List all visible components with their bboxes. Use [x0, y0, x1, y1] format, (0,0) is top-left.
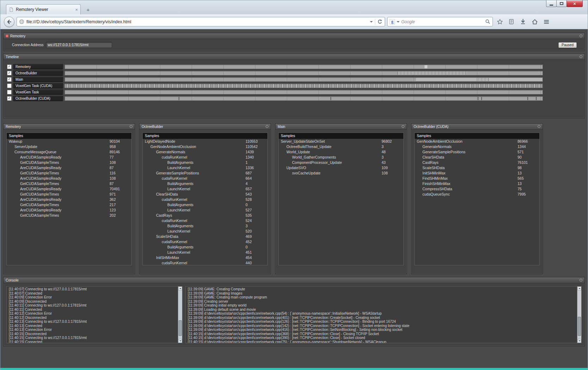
sample-row[interactable]: CastRays 535: [143, 213, 267, 218]
timeline-row-checkbox[interactable]: [7, 77, 12, 82]
scroll-up-icon[interactable]: [178, 286, 182, 290]
sample-row[interactable]: InitSHMinMax 454: [143, 255, 267, 260]
timeline-row-checkbox[interactable]: [7, 90, 12, 94]
sample-row[interactable]: ScaleSHData 469: [143, 234, 267, 239]
sample-row[interactable]: GenerateNormals 1344: [415, 144, 539, 149]
timeline-sample-block[interactable]: [397, 72, 466, 75]
window-maximize-button[interactable]: [556, 0, 567, 7]
scroll-down-icon[interactable]: [577, 339, 581, 343]
sample-row[interactable]: ClearSHData 543: [143, 192, 267, 197]
timeline-sample-block[interactable]: [477, 78, 489, 81]
home-button[interactable]: [530, 17, 539, 26]
sample-row[interactable]: GenNodeAmbientOcclusion 110542: [143, 144, 267, 149]
sample-row[interactable]: cudaRunKernel 524: [143, 218, 267, 223]
sample-row[interactable]: cudaRunKernel 664: [143, 176, 267, 181]
timeline-track[interactable]: [64, 84, 543, 88]
connection-address-input[interactable]: ws://127.0.0.1:17815/rmt: [46, 42, 112, 48]
sample-row[interactable]: AreCUDASamplesReady 70491: [7, 186, 131, 192]
sample-row[interactable]: ScaleSHData 98: [415, 165, 539, 171]
sample-row[interactable]: Server_UpdateStateOnSet 96802: [279, 139, 403, 144]
url-history-dropdown-icon[interactable]: [370, 21, 373, 24]
tab-close-icon[interactable]: ×: [75, 7, 78, 12]
sample-row[interactable]: LaunchKernel 657: [143, 186, 267, 192]
timeline-sample-block[interactable]: [536, 97, 537, 100]
window-minimize-button[interactable]: [546, 0, 557, 7]
sample-row[interactable]: LightDelayedNode 110553: [143, 139, 267, 144]
timeline-row-checkbox[interactable]: [7, 71, 12, 75]
timeline-sample-block[interactable]: [179, 97, 179, 100]
sample-row[interactable]: CastRays 76101: [415, 160, 539, 165]
sample-row[interactable]: BuildArguments 0: [143, 245, 267, 250]
back-button[interactable]: [4, 17, 14, 27]
new-tab-button[interactable]: +: [83, 6, 93, 13]
sample-row[interactable]: BuildArguments 3: [143, 223, 267, 229]
timeline-sample-block[interactable]: [478, 97, 478, 100]
menu-button[interactable]: [541, 17, 551, 26]
scrollbar-thumb[interactable]: [179, 320, 182, 336]
sample-row[interactable]: ComponentProcessor_Update 43: [279, 160, 403, 165]
sample-row[interactable]: AreCUDASamplesReady 87: [7, 165, 131, 171]
timeline-sample-block[interactable]: [330, 97, 331, 100]
console-connection-log[interactable]: [11:40:07] Connecting to ws://127.0.0.1:…: [6, 286, 182, 343]
scroll-down-icon[interactable]: [178, 339, 182, 343]
search-engine-dropdown-icon[interactable]: [397, 21, 400, 24]
sample-row[interactable]: cudaRunKernel 440: [143, 260, 267, 265]
timeline-sample-block[interactable]: [425, 65, 427, 68]
bookmarks-menu-button[interactable]: [507, 17, 516, 26]
sample-row[interactable]: BuildArguments 0: [143, 202, 267, 208]
timeline-track[interactable]: [64, 96, 543, 101]
timeline-track[interactable]: [64, 77, 543, 82]
timeline-sample-block[interactable]: [481, 97, 482, 100]
sample-row[interactable]: OctreeBuildThread_Update 3: [279, 144, 403, 149]
window-close-button[interactable]: ×: [567, 0, 583, 7]
timeline-row-checkbox[interactable]: [7, 64, 12, 69]
timeline-sample-block[interactable]: [527, 97, 528, 100]
timeline-track[interactable]: [64, 71, 543, 75]
sample-row[interactable]: cudaQueueSync 7995: [415, 192, 539, 197]
sample-row[interactable]: ConsumeMessageQueue 89146: [7, 149, 131, 155]
sample-row[interactable]: World_GatherComponents 3: [279, 155, 403, 160]
sample-row[interactable]: ClearSHData 90: [415, 155, 539, 160]
sample-row[interactable]: AreCUDASamplesReady 123: [7, 208, 131, 213]
bookmark-star-button[interactable]: [495, 17, 505, 26]
scroll-up-icon[interactable]: [577, 286, 581, 290]
sample-row[interactable]: GenerateNormals 1439: [143, 149, 267, 155]
sample-row[interactable]: InitSHMinMax 13: [415, 171, 539, 176]
sample-row[interactable]: World_Update 48: [279, 149, 403, 155]
timeline-track[interactable]: [64, 90, 543, 94]
console-left-scrollbar[interactable]: [178, 286, 182, 343]
sample-row[interactable]: BuildArguments 1: [143, 160, 267, 165]
sample-row[interactable]: Wakeup 90104: [7, 139, 131, 144]
sample-row[interactable]: LaunchKernel 451: [143, 250, 267, 255]
sample-row[interactable]: FindSHMinMax 565: [415, 176, 539, 181]
sample-row[interactable]: ServerUpdate 958: [7, 144, 131, 149]
sample-row[interactable]: GenerateSamplePositions 571: [415, 149, 539, 155]
search-engine-icon[interactable]: g: [390, 19, 395, 24]
sample-row[interactable]: GetCUDASampleTimes 87: [7, 181, 131, 186]
browser-tab[interactable]: Remotery Viewer ×: [6, 4, 81, 14]
search-magnifier-icon[interactable]: [485, 19, 490, 24]
sample-row[interactable]: LaunchKernel 527: [143, 208, 267, 213]
sample-row[interactable]: cudaRunKernel 528: [143, 197, 267, 202]
pause-button[interactable]: Paused: [558, 42, 577, 48]
sample-row[interactable]: GetCUDASampleTimes 116: [7, 171, 131, 176]
sample-row[interactable]: UpdateSVO 109: [279, 165, 403, 171]
search-input[interactable]: g Google: [387, 17, 493, 26]
downloads-button[interactable]: [518, 17, 528, 26]
reload-icon[interactable]: [377, 19, 383, 24]
sample-row[interactable]: BuildArguments 4: [143, 181, 267, 186]
sample-row[interactable]: CompressSHData 75: [415, 186, 539, 192]
sample-row[interactable]: LaunchKernel 520: [143, 229, 267, 234]
sample-row[interactable]: GetCUDASampleTimes 108: [7, 160, 131, 165]
sample-row[interactable]: AreCUDASamplesReady 362: [7, 197, 131, 202]
sample-row[interactable]: cudaRunKernel 1340: [143, 155, 267, 160]
timeline-track[interactable]: [64, 64, 543, 69]
sample-row[interactable]: GetCUDASampleTimes 971: [7, 192, 131, 197]
sample-row[interactable]: GetCUDASampleTimes 202: [7, 213, 131, 218]
sample-row[interactable]: AreCUDASamplesReady 108: [7, 176, 131, 181]
scrollbar-thumb[interactable]: [578, 317, 581, 336]
console-application-log[interactable]: [11:39:09] GAME: Creating Compute[11:39:…: [185, 286, 582, 343]
timeline-row-checkbox[interactable]: [7, 96, 12, 101]
sample-row[interactable]: GenerateSamplePositions 687: [143, 171, 267, 176]
sample-row[interactable]: svoCacheUpdate 108: [279, 171, 403, 176]
